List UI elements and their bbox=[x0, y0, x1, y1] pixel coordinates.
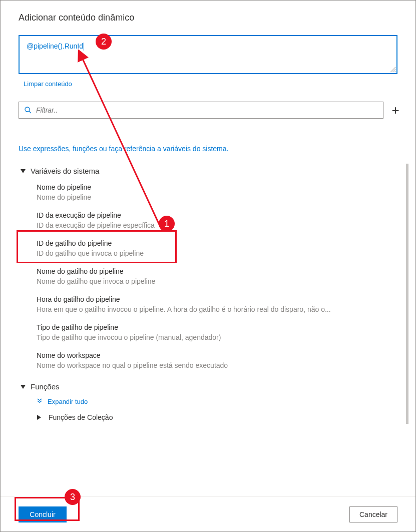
functions-collection-row[interactable]: Funções de Coleção bbox=[19, 410, 408, 424]
variables-list: Variáveis do sistema Nome do pipeline No… bbox=[19, 164, 408, 464]
item-desc: ID da execução de pipeline específica bbox=[37, 221, 402, 229]
item-title: ID de gatilho do pipeline bbox=[37, 239, 408, 247]
item-desc: Nome do workspace no qual o pipeline est… bbox=[37, 361, 402, 369]
chevron-down-icon bbox=[21, 385, 26, 389]
expand-all-link[interactable]: Expandir tudo bbox=[19, 396, 408, 410]
expression-content: @pipeline().RunId bbox=[27, 42, 83, 50]
item-desc: Hora em que o gatilho invocou o pipeline… bbox=[37, 305, 402, 313]
list-item[interactable]: Nome do gatilho do pipeline Nome do gati… bbox=[19, 264, 408, 292]
clear-content-link[interactable]: Limpar conteúdo bbox=[1, 74, 90, 90]
filter-input[interactable] bbox=[32, 106, 378, 114]
finish-button[interactable]: Concluir bbox=[19, 506, 67, 522]
section-label: Funções bbox=[31, 382, 60, 391]
section-functions[interactable]: Funções bbox=[19, 379, 408, 396]
cancel-button[interactable]: Cancelar bbox=[349, 506, 397, 522]
list-item[interactable]: ID de gatilho do pipeline ID do gatilho … bbox=[19, 236, 408, 264]
item-title: ID da execução de pipeline bbox=[37, 211, 408, 219]
item-desc: Tipo de gatilho que invocou o pipeline (… bbox=[37, 333, 402, 341]
list-item[interactable]: Nome do workspace Nome do workspace no q… bbox=[19, 348, 408, 376]
section-system-variables[interactable]: Variáveis do sistema bbox=[19, 164, 408, 180]
scrollbar-thumb[interactable] bbox=[406, 164, 408, 424]
list-item[interactable]: Tipo de gatilho de pipeline Tipo de gati… bbox=[19, 320, 408, 348]
filter-box[interactable] bbox=[19, 102, 383, 119]
resize-handle-icon[interactable] bbox=[389, 66, 395, 72]
help-text: Use expressões, funções ou faça referênc… bbox=[1, 119, 415, 157]
page-title: Adicionar conteúdo dinâmico bbox=[1, 1, 415, 28]
search-icon bbox=[24, 106, 32, 114]
svg-line-4 bbox=[29, 111, 31, 113]
list-item[interactable]: Nome do pipeline Nome do pipeline bbox=[19, 180, 408, 208]
item-title: Hora do gatilho do pipeline bbox=[37, 295, 408, 303]
add-button[interactable]: + bbox=[390, 103, 400, 118]
double-chevron-down-icon bbox=[37, 398, 43, 405]
chevron-right-icon bbox=[37, 415, 41, 420]
list-item[interactable]: Hora do gatilho do pipeline Hora em que … bbox=[19, 292, 408, 320]
caret bbox=[84, 43, 84, 51]
item-title: Tipo de gatilho de pipeline bbox=[37, 323, 408, 331]
item-desc: Nome do gatilho que invoca o pipeline bbox=[37, 277, 402, 285]
section-label: Variáveis do sistema bbox=[31, 167, 99, 175]
chevron-down-icon bbox=[21, 169, 26, 173]
svg-point-3 bbox=[25, 107, 30, 112]
sub-label: Funções de Coleção bbox=[49, 413, 113, 421]
item-desc: ID do gatilho que invoca o pipeline bbox=[37, 249, 402, 257]
list-item-pipeline-run-id[interactable]: ID da execução de pipeline ID da execuçã… bbox=[19, 208, 408, 236]
footer: Concluir Cancelar bbox=[1, 496, 415, 531]
svg-line-2 bbox=[394, 71, 395, 72]
item-title: Nome do workspace bbox=[37, 351, 408, 359]
expression-textarea[interactable]: @pipeline().RunId bbox=[19, 35, 397, 74]
item-title: Nome do pipeline bbox=[37, 183, 408, 191]
expand-all-label: Expandir tudo bbox=[48, 398, 88, 405]
item-title: Nome do gatilho do pipeline bbox=[37, 267, 408, 275]
scrollbar[interactable] bbox=[406, 164, 408, 464]
item-desc: Nome do pipeline bbox=[37, 193, 402, 201]
